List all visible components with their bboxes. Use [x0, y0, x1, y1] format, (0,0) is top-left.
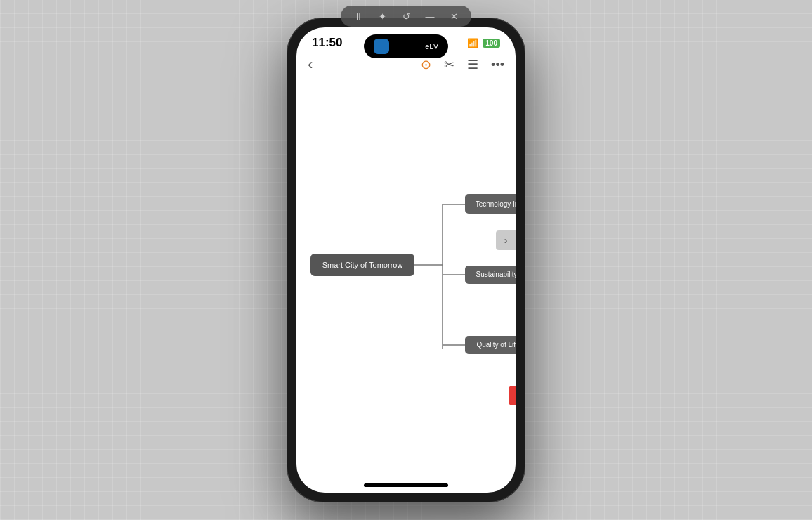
- di-app-icon: [374, 39, 389, 54]
- close-button[interactable]: ✕: [446, 8, 461, 24]
- toolbar-icons: ⊙ ✂ ☰ •••: [421, 57, 504, 72]
- sust-label: Sustainability: [476, 271, 516, 278]
- drag-handle[interactable]: [509, 386, 516, 405]
- list-icon[interactable]: ☰: [467, 57, 478, 72]
- mindmap-canvas[interactable]: Smart City of Tomorrow Technology Integr…: [296, 79, 516, 477]
- tech-label: Technology Integration: [476, 200, 516, 208]
- home-indicator: [296, 477, 516, 493]
- more-icon[interactable]: •••: [491, 58, 504, 72]
- refresh-button[interactable]: ↺: [398, 8, 414, 24]
- status-time: 11:50: [312, 36, 342, 50]
- status-right: 📶 100: [467, 38, 500, 48]
- window-chrome: ⏸ ✦ ↺ — ✕: [341, 6, 471, 27]
- scroll-right-button[interactable]: ›: [496, 230, 516, 250]
- mindmap-icon[interactable]: ⊙: [421, 57, 431, 72]
- lasso-icon[interactable]: ✂: [444, 57, 454, 72]
- qol-label: Quality of Life: [476, 341, 516, 349]
- back-button[interactable]: ‹: [308, 56, 313, 74]
- root-label: Smart City of Tomorrow: [322, 261, 403, 269]
- di-app-label: eLV: [425, 42, 438, 51]
- pause-button[interactable]: ⏸: [351, 8, 366, 24]
- mindmap-svg: Smart City of Tomorrow Technology Integr…: [296, 79, 516, 477]
- minimize-button[interactable]: —: [422, 8, 438, 24]
- phone-frame: eLV 11:50 📶 100 ‹ ⊙ ✂ ☰ •••: [287, 18, 525, 502]
- phone-screen: eLV 11:50 📶 100 ‹ ⊙ ✂ ☰ •••: [296, 27, 516, 493]
- home-bar: [364, 483, 448, 487]
- dynamic-island: eLV: [364, 34, 448, 58]
- battery-indicator: 100: [483, 39, 500, 48]
- wifi-icon: 📶: [467, 38, 478, 48]
- star-button[interactable]: ✦: [374, 8, 390, 24]
